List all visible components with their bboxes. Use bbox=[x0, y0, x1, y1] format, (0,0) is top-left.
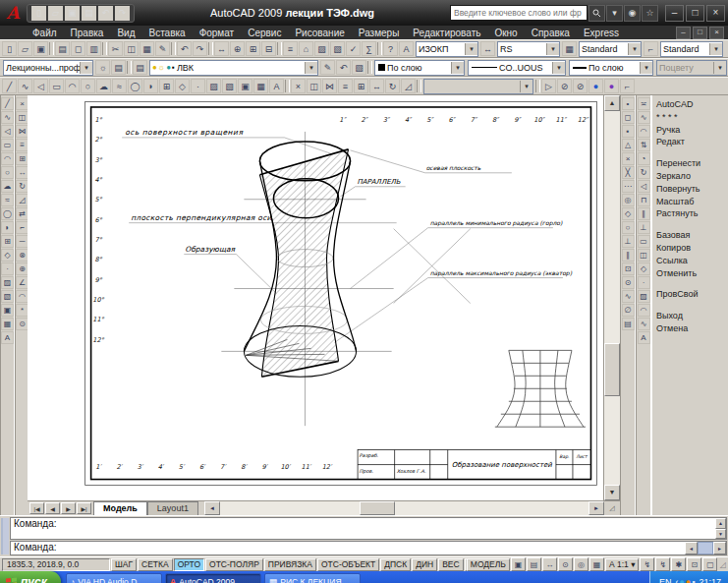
status-toggle[interactable]: ОТС-ПОЛЯР bbox=[205, 558, 263, 571]
diamond-icon[interactable]: ◇ bbox=[638, 262, 650, 275]
quickcalc-icon[interactable]: ∑ bbox=[362, 41, 376, 56]
undo-icon[interactable]: ↶ bbox=[98, 6, 113, 21]
menu-item[interactable]: Формат bbox=[193, 28, 242, 38]
intersection-icon[interactable]: × bbox=[622, 152, 635, 165]
new-icon[interactable]: ▯ bbox=[31, 6, 46, 21]
osnap-settings-icon[interactable]: ▤ bbox=[622, 318, 635, 330]
dim-style-combo[interactable]: RS ▾ bbox=[497, 41, 560, 57]
polygon-icon[interactable]: ◁ bbox=[1, 125, 14, 138]
workspace-switch-icon[interactable]: ✱ bbox=[671, 557, 686, 571]
shade-icon[interactable]: ⊘ bbox=[557, 79, 572, 93]
status-toggle[interactable]: ДИН bbox=[412, 558, 437, 571]
parallel-view-icon[interactable]: ∥ bbox=[638, 207, 650, 220]
menu-item[interactable]: Правка bbox=[64, 28, 111, 38]
quick-view-drawings-icon[interactable]: ▤ bbox=[527, 557, 541, 571]
ellipse-icon[interactable]: ◯ bbox=[128, 79, 142, 93]
layer-on-icon[interactable]: ● bbox=[152, 62, 157, 74]
help-icon[interactable]: ? bbox=[383, 41, 398, 56]
scale-icon[interactable]: ◿ bbox=[401, 79, 416, 93]
menu-item[interactable]: Размеры bbox=[352, 28, 407, 38]
scroll-left-icon[interactable]: ◄ bbox=[204, 501, 220, 515]
gradient-icon[interactable]: ▧ bbox=[1, 290, 14, 303]
layer-properties-icon[interactable]: ▤ bbox=[133, 60, 147, 75]
menu-item[interactable]: Редактировать bbox=[406, 28, 487, 38]
status-toggle[interactable]: ВЕС bbox=[438, 558, 463, 571]
chevron-down-icon[interactable]: ▾ bbox=[546, 43, 559, 55]
mtext-icon[interactable]: A bbox=[269, 79, 284, 93]
layer-states-icon[interactable]: ▧ bbox=[352, 60, 366, 75]
horizontal-scroll-track[interactable] bbox=[220, 501, 588, 515]
redo-icon[interactable]: ↷ bbox=[193, 41, 207, 56]
multileader-style-combo[interactable]: Standard ▾ bbox=[660, 41, 723, 57]
doc-minimize-button[interactable]: – bbox=[676, 27, 691, 39]
toolbar-separator[interactable] bbox=[377, 42, 382, 55]
toolbar-separator[interactable] bbox=[171, 42, 176, 55]
menu-item[interactable]: Express bbox=[577, 28, 626, 38]
screen-menu-item[interactable]: Отменить bbox=[652, 267, 728, 280]
status-toggle[interactable]: ОРТО bbox=[174, 558, 204, 571]
workspace-combo[interactable]: Лекционны...профиль ▾ bbox=[3, 60, 93, 76]
tangent-icon[interactable]: ○ bbox=[622, 221, 635, 234]
status-toggle[interactable]: СЕТКА bbox=[138, 558, 173, 571]
annotation-visibility-icon[interactable]: ↯ bbox=[640, 557, 654, 571]
screen-menu-item[interactable]: Копиров bbox=[652, 242, 728, 255]
search-input[interactable] bbox=[450, 5, 588, 21]
vertical-scroll-thumb[interactable] bbox=[604, 343, 620, 396]
gradient-icon[interactable]: ▧ bbox=[222, 79, 237, 93]
hatch-icon[interactable]: ▨ bbox=[1, 276, 14, 289]
measure-icon[interactable]: ≍ bbox=[638, 97, 650, 110]
quick-view-layouts-icon[interactable]: ▣ bbox=[511, 557, 526, 571]
circle-icon[interactable]: ○ bbox=[1, 166, 14, 179]
time-icon[interactable]: ◔ bbox=[638, 152, 650, 165]
view-icon[interactable]: ▷ bbox=[541, 79, 556, 93]
scroll-right-icon[interactable]: ► bbox=[588, 501, 604, 515]
status-toggle[interactable]: ПРИВЯЗКА bbox=[264, 558, 316, 571]
publish-icon[interactable]: ▥ bbox=[86, 41, 101, 56]
midpoint-icon[interactable]: △ bbox=[622, 139, 635, 151]
designcenter-icon[interactable]: ⌂ bbox=[299, 41, 313, 56]
search-icon[interactable] bbox=[588, 5, 605, 22]
revcloud-icon[interactable]: ☁ bbox=[1, 180, 14, 193]
screen-menu-item[interactable]: Редакт bbox=[652, 136, 728, 148]
prev-tab-icon[interactable]: ◀ bbox=[45, 502, 60, 514]
ellipse-arc-icon[interactable]: ◗ bbox=[1, 221, 14, 234]
screen-menu-item[interactable]: Зеркало bbox=[652, 170, 728, 183]
ellipse-icon[interactable]: ◯ bbox=[1, 207, 14, 220]
toolbar-separator[interactable] bbox=[208, 42, 213, 55]
point-edit-icon[interactable]: · bbox=[638, 276, 650, 289]
array-icon[interactable]: ⊞ bbox=[354, 79, 368, 93]
save-icon[interactable]: ▣ bbox=[65, 6, 80, 21]
toolbar-lock-icon[interactable]: ⊡ bbox=[687, 557, 701, 571]
chevron-down-icon[interactable]: ▾ bbox=[451, 62, 464, 74]
chevron-down-icon[interactable]: ▾ bbox=[709, 43, 722, 55]
screen-menu-item[interactable] bbox=[652, 279, 728, 288]
insertion-icon[interactable]: ⊡ bbox=[622, 262, 635, 275]
status-toggle[interactable]: ОТС-ОБЪЕКТ bbox=[317, 558, 379, 571]
circle-icon[interactable]: ○ bbox=[81, 79, 95, 93]
table-icon[interactable]: ▦ bbox=[253, 79, 268, 93]
menu-item[interactable]: Справка bbox=[525, 28, 577, 38]
screen-menu-item[interactable]: Ссылка bbox=[652, 255, 728, 267]
copy-icon[interactable]: ◫ bbox=[124, 41, 139, 56]
scroll-thumb[interactable] bbox=[698, 542, 713, 554]
insert-block-icon[interactable]: ⊞ bbox=[1, 235, 14, 248]
rect-edit-icon[interactable]: ▭ bbox=[638, 235, 650, 248]
redo-icon[interactable]: ↷ bbox=[115, 6, 130, 21]
first-tab-icon[interactable]: |◀ bbox=[29, 502, 44, 514]
plan-view-icon[interactable]: ⊓ bbox=[638, 194, 650, 206]
point-icon[interactable]: · bbox=[1, 262, 14, 275]
screen-menu-item[interactable]: Повернуть bbox=[652, 183, 728, 196]
sphere-purple-icon[interactable]: ● bbox=[604, 79, 619, 93]
last-tab-icon[interactable]: ▶| bbox=[77, 502, 91, 514]
menu-item[interactable]: Файл bbox=[26, 28, 64, 38]
make-block-icon[interactable]: ◇ bbox=[175, 79, 190, 93]
color-combo[interactable]: По слою ▾ bbox=[374, 60, 465, 76]
hatch-icon[interactable]: ▨ bbox=[206, 79, 221, 93]
task-ris-lekciya[interactable]: ▦РИС К ЛЕКЦИЯ... bbox=[264, 573, 361, 583]
erase-icon[interactable]: × bbox=[291, 79, 306, 93]
vertical-scroll-track[interactable] bbox=[604, 111, 620, 485]
insert-block-icon[interactable]: ⊞ bbox=[159, 79, 174, 93]
doc-restore-button[interactable]: □ bbox=[693, 27, 707, 39]
text-edit-icon[interactable]: A bbox=[638, 331, 650, 344]
revcloud-icon[interactable]: ☁ bbox=[96, 79, 111, 93]
